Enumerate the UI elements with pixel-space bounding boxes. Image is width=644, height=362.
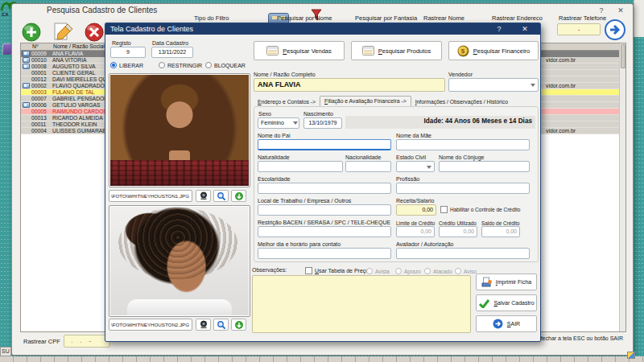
dialog-close-button[interactable]: ✕ bbox=[519, 24, 530, 34]
tab-bar: Endereço e Contatos -> Filiação e Avalia… bbox=[254, 94, 512, 106]
pesquisar-financeiro-button[interactable]: $ Pesquisar Financeiro bbox=[448, 41, 539, 60]
receita-field[interactable]: 0,00 bbox=[396, 204, 436, 216]
photo-2-path-field[interactable]: \FOTO\WHITNEYHOUSTON2.JPG bbox=[109, 319, 192, 331]
tab-filiacao[interactable]: Filiação e Avaliação Financeira -> bbox=[320, 96, 411, 107]
column-header-num: Nº bbox=[32, 43, 38, 49]
conjuge-field[interactable] bbox=[439, 161, 530, 172]
taskbar-fragment[interactable]: SU bbox=[0, 347, 11, 356]
dialog-help-button[interactable]: ? bbox=[493, 24, 505, 34]
rastrear-telefone-input[interactable]: - bbox=[557, 23, 601, 35]
webcam-button-2[interactable] bbox=[196, 319, 211, 331]
filter-label-pesquisar-nome: Pesquisar por Nome bbox=[277, 14, 332, 22]
naturalidade-field[interactable] bbox=[258, 161, 343, 172]
radio-atacado-circle[interactable] bbox=[424, 268, 431, 274]
radio-avista-circle[interactable] bbox=[366, 268, 373, 274]
escolaridade-field[interactable] bbox=[258, 183, 391, 194]
pesquisar-produtos-button[interactable]: Pesquisar Produtos bbox=[351, 41, 442, 60]
radio-bloquear-circle[interactable] bbox=[205, 62, 212, 68]
load-photo-button-2[interactable] bbox=[231, 319, 246, 331]
bottom-strip bbox=[0, 356, 644, 362]
search-go-button[interactable] bbox=[604, 19, 626, 41]
tray-icon[interactable] bbox=[627, 352, 635, 359]
trabalho-field[interactable] bbox=[258, 204, 391, 216]
row-number: 00010 bbox=[31, 57, 52, 64]
photo-2-image bbox=[110, 207, 249, 315]
observacoes-label: Observações: bbox=[252, 267, 287, 273]
radio-avista[interactable]: Avista bbox=[366, 268, 390, 274]
credito-checkbox[interactable] bbox=[440, 206, 448, 213]
radio-atacado[interactable]: Atacado bbox=[424, 268, 452, 274]
row-icon-placeholder bbox=[23, 96, 30, 101]
nome-field[interactable]: ANA FLAVIA bbox=[254, 78, 445, 92]
webcam-button-1[interactable] bbox=[196, 190, 211, 202]
table-scrollbar-thumb[interactable] bbox=[621, 44, 625, 68]
load-photo-button-1[interactable] bbox=[231, 190, 246, 202]
estado-civil-select[interactable] bbox=[396, 161, 435, 172]
tabela-preco-checkbox[interactable] bbox=[305, 267, 312, 274]
photo-2 bbox=[109, 205, 250, 317]
imprimir-ficha-button[interactable]: Imprimir Ficha bbox=[476, 274, 537, 290]
tab-informacoes[interactable]: Informações / Observações / Histórico bbox=[411, 97, 512, 106]
avaliador-field[interactable] bbox=[396, 248, 530, 259]
radio-bloquear[interactable]: BLOQUEAR bbox=[205, 62, 246, 68]
add-record-button[interactable] bbox=[20, 21, 43, 43]
radio-aprazo-circle[interactable] bbox=[395, 268, 402, 274]
melhor-dia-field[interactable] bbox=[258, 248, 391, 259]
photo-1-path-field[interactable]: \FOTO\WHITNEYHOUSTON1.JPG bbox=[109, 190, 192, 202]
nacionalidade-field[interactable] bbox=[345, 161, 391, 172]
pesquisar-vendas-button[interactable]: Pesquisar Vendas bbox=[254, 41, 345, 60]
radio-liberar[interactable]: LIBERAR bbox=[110, 62, 143, 68]
profissao-field[interactable] bbox=[396, 183, 530, 194]
radio-aviso-circle[interactable] bbox=[455, 268, 461, 274]
row-number: 00004 bbox=[31, 128, 52, 134]
nascimento-field[interactable]: 13/10/1979 bbox=[303, 117, 342, 129]
radio-liberar-circle[interactable] bbox=[110, 62, 117, 68]
rastrear-cpf-input[interactable]: . . - bbox=[64, 335, 110, 348]
svg-text:$: $ bbox=[461, 47, 465, 55]
mae-label: Nome da Mãe bbox=[396, 133, 431, 138]
footer-hint: Para fechar a tela ESC ou botão SAIR bbox=[527, 335, 623, 341]
limite-field: 0,00 bbox=[396, 226, 435, 237]
data-cadastro-field[interactable]: 13/11/2022 bbox=[151, 47, 193, 58]
registro-label: Registo bbox=[112, 40, 131, 46]
conjuge-label: Nome do Cônjuge bbox=[439, 154, 484, 160]
photo-1-image bbox=[110, 75, 249, 186]
photo-1 bbox=[109, 73, 250, 187]
row-icon-placeholder bbox=[23, 89, 30, 95]
naturalidade-label: Naturalidade bbox=[258, 154, 290, 160]
main-close-button[interactable]: ✕ bbox=[615, 6, 626, 15]
radio-aviso[interactable]: Aviso bbox=[455, 268, 477, 274]
idade-text: Idade: 44 Anos 06 Meses e 14 Dias bbox=[345, 116, 535, 129]
products-card-icon bbox=[362, 46, 374, 56]
delete-record-button[interactable] bbox=[83, 21, 105, 43]
pai-field[interactable] bbox=[258, 139, 391, 150]
tab-endereco[interactable]: Endereço e Contatos -> bbox=[254, 97, 320, 106]
row-number: 00009 bbox=[31, 51, 52, 57]
observacoes-textarea[interactable] bbox=[252, 275, 471, 333]
salvar-cadastro-button[interactable]: Salvar Cadastro bbox=[476, 294, 537, 311]
edit-record-button[interactable] bbox=[52, 21, 75, 43]
radio-restringir[interactable]: RESTRINGIR bbox=[159, 62, 202, 68]
zoom-photo-button-2[interactable] bbox=[213, 319, 229, 331]
row-number: 00006 bbox=[31, 102, 52, 109]
desktop-icon-app[interactable] bbox=[2, 43, 11, 55]
avaliador-label: Avaliador / Autorização bbox=[396, 241, 453, 247]
vendedor-label: Vendedor bbox=[448, 72, 473, 77]
sair-button[interactable]: SAIR bbox=[476, 315, 537, 332]
row-icon-placeholder bbox=[23, 70, 30, 76]
restricao-field[interactable] bbox=[258, 226, 391, 237]
radio-restringir-circle[interactable] bbox=[159, 62, 165, 68]
row-number: 00007 bbox=[31, 96, 52, 102]
row-number: 00005 bbox=[31, 109, 52, 115]
table-scrollbar[interactable] bbox=[619, 43, 625, 331]
vendedor-select[interactable] bbox=[448, 78, 539, 92]
registro-field[interactable]: 9 bbox=[110, 47, 146, 58]
photo-camera-icon bbox=[23, 102, 30, 108]
zoom-photo-button-1[interactable] bbox=[213, 190, 229, 202]
row-number: 00001 bbox=[31, 70, 52, 76]
row-number: 00013 bbox=[31, 115, 52, 121]
radio-aprazo[interactable]: Aprazo bbox=[395, 268, 421, 274]
mae-field[interactable] bbox=[396, 139, 530, 150]
saldo-field: 0,00 bbox=[481, 226, 520, 237]
sair-label: SAIR bbox=[507, 321, 520, 327]
